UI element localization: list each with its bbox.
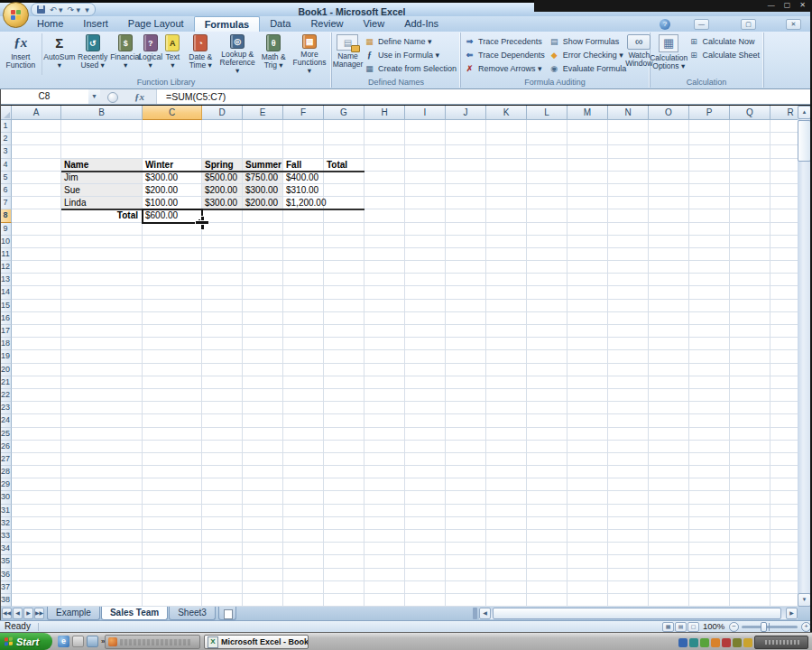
button-financial[interactable]: $Financial ▾ — [112, 33, 139, 75]
grid-cell-D30[interactable] — [202, 491, 243, 504]
grid-cell-K14[interactable] — [486, 286, 527, 299]
tab-page-layout[interactable]: Page Layout — [118, 16, 194, 32]
grid-cell-Q21[interactable] — [730, 376, 770, 389]
row-header-13[interactable]: 13 — [0, 274, 12, 286]
insert-function-fx-icon[interactable]: ƒx — [134, 89, 144, 104]
minimize-icon[interactable]: — — [768, 1, 775, 9]
grid-cell-N1[interactable] — [608, 120, 649, 133]
page-break-view-icon[interactable]: ▢ — [687, 622, 699, 632]
grid-cell-B3[interactable] — [61, 145, 143, 158]
grid-cell-E2[interactable] — [243, 133, 283, 145]
grid-cell-J5[interactable] — [446, 172, 486, 184]
grid-cell-F3[interactable] — [283, 145, 324, 158]
grid-cell-A29[interactable] — [12, 478, 61, 491]
grid-cell-K23[interactable] — [486, 402, 527, 414]
button-trace-precedents[interactable]: ⇒Trace Precedents — [462, 34, 547, 48]
grid-cell-I23[interactable] — [405, 402, 446, 414]
grid-cell-O16[interactable] — [649, 312, 689, 325]
grid-cell-B5[interactable]: Jim — [61, 172, 143, 184]
grid-cell-Q34[interactable] — [730, 543, 770, 555]
grid-cell-E28[interactable] — [243, 466, 283, 478]
grid-cell-O30[interactable] — [649, 491, 689, 504]
grid-cell-L17[interactable] — [527, 325, 567, 338]
grid-cell-A13[interactable] — [12, 274, 61, 286]
first-sheet-icon[interactable]: ◀◀ — [2, 608, 12, 619]
grid-cell-M38[interactable] — [567, 594, 608, 607]
column-header-M[interactable]: M — [567, 106, 608, 120]
grid-cell-K6[interactable] — [486, 184, 527, 197]
grid-cell-D14[interactable] — [202, 286, 243, 299]
grid-cell-B20[interactable] — [61, 364, 143, 376]
grid-cell-M34[interactable] — [567, 543, 608, 555]
grid-cell-E29[interactable] — [243, 478, 283, 491]
grid-cell-G35[interactable] — [324, 555, 364, 568]
grid-cell-D4[interactable]: Spring — [202, 159, 243, 172]
grid-cell-Q33[interactable] — [730, 530, 770, 543]
grid-cell-P31[interactable] — [689, 505, 730, 517]
grid-cell-G9[interactable] — [324, 223, 364, 236]
grid-cell-D9[interactable] — [202, 223, 243, 236]
column-header-P[interactable]: P — [689, 106, 730, 120]
grid-cell-J16[interactable] — [446, 312, 486, 325]
grid-cell-Q9[interactable] — [730, 223, 770, 236]
redo-icon[interactable]: ↷ ▾ — [68, 5, 81, 14]
zoom-out-icon[interactable]: − — [729, 622, 739, 632]
grid-cell-H37[interactable] — [364, 581, 405, 594]
grid-cell-H16[interactable] — [364, 312, 405, 325]
grid-cell-N16[interactable] — [608, 312, 649, 325]
grid-cell-J2[interactable] — [446, 133, 486, 145]
grid-cell-K18[interactable] — [486, 338, 527, 350]
grid-cell-K36[interactable] — [486, 569, 527, 581]
grid-cell-C14[interactable] — [143, 286, 202, 299]
grid-cell-O12[interactable] — [649, 261, 689, 274]
grid-cell-F8[interactable] — [283, 209, 324, 222]
grid-cell-M27[interactable] — [567, 453, 608, 466]
grid-cell-I28[interactable] — [405, 466, 446, 478]
grid-cell-I3[interactable] — [405, 145, 446, 158]
grid-cell-L25[interactable] — [527, 428, 567, 441]
grid-cell-A18[interactable] — [12, 338, 61, 350]
grid-cell-B17[interactable] — [61, 325, 143, 338]
grid-cell-K37[interactable] — [486, 581, 527, 594]
grid-cell-E36[interactable] — [243, 569, 283, 581]
grid-cell-K1[interactable] — [486, 120, 527, 133]
page-layout-view-icon[interactable]: ▤ — [675, 622, 687, 632]
grid-cell-F30[interactable] — [283, 491, 324, 504]
grid-cell-J30[interactable] — [446, 491, 486, 504]
grid-cell-I15[interactable] — [405, 300, 446, 312]
grid-cell-Q28[interactable] — [730, 466, 770, 478]
grid-cell-M6[interactable] — [567, 184, 608, 197]
grid-cell-H38[interactable] — [364, 594, 405, 607]
grid-cell-Q11[interactable] — [730, 248, 770, 261]
grid-cell-G26[interactable] — [324, 441, 364, 453]
grid-cell-N32[interactable] — [608, 517, 649, 530]
grid-cell-F25[interactable] — [283, 428, 324, 441]
grid-cell-D2[interactable] — [202, 133, 243, 145]
grid-cell-N10[interactable] — [608, 236, 649, 248]
grid-cell-N9[interactable] — [608, 223, 649, 236]
grid-cell-D33[interactable] — [202, 530, 243, 543]
grid-cell-O6[interactable] — [649, 184, 689, 197]
grid-cell-H19[interactable] — [364, 350, 405, 363]
grid-cell-C23[interactable] — [143, 402, 202, 414]
grid-cell-D15[interactable] — [202, 300, 243, 312]
button-remove-arrows[interactable]: ✗Remove Arrows ▾ — [462, 61, 547, 75]
workbook-restore-icon[interactable]: ▢ — [741, 19, 756, 30]
row-header-16[interactable]: 16 — [0, 312, 12, 325]
grid-cell-K25[interactable] — [486, 428, 527, 441]
grid-cell-P11[interactable] — [689, 248, 730, 261]
grid-cell-B36[interactable] — [61, 569, 143, 581]
grid-cell-H12[interactable] — [364, 261, 405, 274]
grid-cell-P4[interactable] — [689, 159, 730, 172]
grid-cell-I10[interactable] — [405, 236, 446, 248]
grid-cell-H15[interactable] — [364, 300, 405, 312]
tray-icon[interactable] — [689, 638, 698, 647]
grid-cell-K11[interactable] — [486, 248, 527, 261]
grid-cell-C1[interactable] — [143, 120, 202, 133]
grid-cell-L9[interactable] — [527, 223, 567, 236]
button-lookup-reference[interactable]: ◎Lookup & Reference ▾ — [217, 33, 257, 75]
grid-cell-D7[interactable]: $300.00 — [202, 197, 243, 209]
grid-cell-M4[interactable] — [567, 159, 608, 172]
grid-cell-I14[interactable] — [405, 286, 446, 299]
grid-cell-P3[interactable] — [689, 145, 730, 158]
